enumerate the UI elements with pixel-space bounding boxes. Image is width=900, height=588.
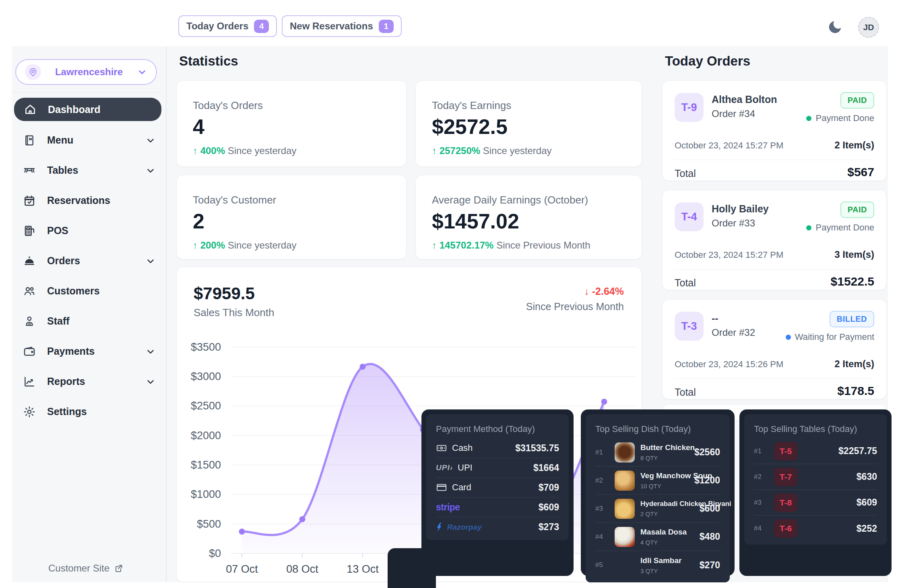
sidebar-item-label: Reports xyxy=(47,376,145,387)
payment-status: Payment Done xyxy=(806,113,874,123)
stat-value: $1457.02 xyxy=(432,209,519,233)
sidebar-item-orders[interactable]: Orders xyxy=(13,246,162,276)
sidebar-item-label: Reservations xyxy=(47,195,156,206)
sidebar-item-label: Dashboard xyxy=(48,104,155,115)
sidebar-nav: Dashboard Menu Tables Reserva xyxy=(13,98,162,427)
dish-photo xyxy=(615,442,635,463)
payment-method-panel: Payment Method (Today) Cash $31535.75 UP… xyxy=(421,409,574,576)
dish-photo xyxy=(615,499,635,519)
stat-label: Average Daily Earnings (October) xyxy=(432,194,588,206)
up-arrow-icon: ↑ xyxy=(432,240,437,251)
total-label: Total xyxy=(675,277,696,289)
location-pin-icon xyxy=(25,64,41,80)
today-orders-button-label: Today Orders xyxy=(186,21,248,32)
sidebar-item-tables[interactable]: Tables xyxy=(13,155,162,185)
calendar-check-icon xyxy=(22,193,37,208)
stat-delta: ↑ 400% Since yesterday xyxy=(193,145,297,156)
table-badge: T-5 xyxy=(774,442,797,461)
divider xyxy=(675,378,874,379)
stat-delta: ↑ 200% Since yesterday xyxy=(193,240,297,251)
total-label: Total xyxy=(675,168,696,179)
dish-name: Masala Dosa xyxy=(640,528,687,536)
payment-row-upi: UPI›UPI $1664 xyxy=(436,458,559,478)
dish-qty: 10 QTY xyxy=(640,483,689,489)
top-selling-tables-panel: Top Selling Tables (Today) #1T-5 $2257.7… xyxy=(739,409,892,576)
sidebar-item-label: Staff xyxy=(47,315,156,327)
table-badge: T-7 xyxy=(774,468,797,486)
external-link-icon xyxy=(114,563,124,574)
sidebar-item-label: Orders xyxy=(47,255,145,267)
svg-text:$2500: $2500 xyxy=(191,400,221,412)
order-items: 2 Item(s) xyxy=(834,140,874,151)
payment-row-card: Card $709 xyxy=(436,478,559,498)
sidebar-item-dashboard[interactable]: Dashboard xyxy=(14,98,161,121)
status-dot xyxy=(806,225,811,230)
svg-text:08 Oct: 08 Oct xyxy=(286,563,318,575)
sidebar-item-settings[interactable]: Settings xyxy=(13,397,162,427)
stat-value: $2572.5 xyxy=(432,115,508,139)
svg-text:$500: $500 xyxy=(197,518,221,530)
top-selling-dish-panel: Top Selling Dish (Today) #1 Butter Chick… xyxy=(581,409,735,576)
today-orders-button[interactable]: Today Orders 4 xyxy=(178,15,277,37)
stripe-logo: stripe xyxy=(436,502,460,513)
dish-photo xyxy=(615,555,635,575)
order-card[interactable]: T-3 -- Order #32 BILLED Waiting for Paym… xyxy=(662,299,887,399)
dish-amount: $600 xyxy=(700,503,720,514)
location-selector[interactable]: Lawrenceshire xyxy=(15,59,157,85)
user-avatar[interactable]: JD xyxy=(858,17,879,38)
today-orders-title: Today Orders xyxy=(665,53,750,69)
sidebar-item-menu[interactable]: Menu xyxy=(13,125,162,155)
stat-card-todays-earnings: Today's Earnings $2572.5 ↑ 257250% Since… xyxy=(415,80,642,167)
payment-amount: $273 xyxy=(539,522,559,532)
sidebar-item-staff[interactable]: Staff xyxy=(13,306,162,336)
dish-qty: 4 QTY xyxy=(640,539,694,546)
dark-mode-toggle[interactable] xyxy=(826,18,844,36)
stat-label: Today's Customer xyxy=(193,194,276,206)
status-badge: PAID xyxy=(840,92,874,109)
chevron-down-icon xyxy=(137,67,147,77)
menu-book-icon xyxy=(22,133,37,148)
dish-qty: 2 QTY xyxy=(640,510,694,517)
up-arrow-icon: ↑ xyxy=(193,240,198,251)
divider xyxy=(675,269,874,269)
gear-icon xyxy=(22,405,37,419)
sidebar-item-customers[interactable]: Customers xyxy=(13,276,162,306)
chevron-down-icon xyxy=(145,376,156,387)
customer-site-link[interactable]: Customer Site xyxy=(12,563,160,574)
sidebar-item-payments[interactable]: Payments xyxy=(13,336,162,366)
dish-row: #2 Veg Manchow Soup10 QTY $1200 xyxy=(595,467,720,495)
customers-icon xyxy=(22,284,37,298)
sidebar-item-reservations[interactable]: Reservations xyxy=(13,185,162,216)
dish-amount: $270 xyxy=(700,560,720,571)
svg-text:$3500: $3500 xyxy=(191,341,221,353)
sidebar-item-reports[interactable]: Reports xyxy=(13,366,162,397)
svg-text:$1000: $1000 xyxy=(191,488,221,500)
order-number: Order #32 xyxy=(712,327,755,338)
dish-row: #4 Masala Dosa4 QTY $480 xyxy=(595,523,720,551)
stat-delta: ↑ 145702.17% Since Previous Month xyxy=(432,240,590,251)
wallet-icon xyxy=(22,344,37,359)
table-amount: $2257.75 xyxy=(804,446,877,456)
dish-name: Butter Chicken xyxy=(640,443,695,452)
sidebar-divider xyxy=(166,46,167,582)
payment-row-stripe: stripe $609 xyxy=(436,498,559,517)
table-row: #2T-7 $630 xyxy=(754,464,877,490)
divider xyxy=(12,92,160,93)
dish-qty: 3 QTY xyxy=(640,567,694,574)
customer-name: -- xyxy=(712,313,718,324)
svg-text:13 Oct: 13 Oct xyxy=(347,563,379,575)
sidebar-item-label: Payments xyxy=(47,345,145,357)
sidebar-item-label: Tables xyxy=(47,164,145,176)
stat-value: 2 xyxy=(193,209,204,233)
new-reservations-button[interactable]: New Reservations 1 xyxy=(282,15,402,37)
payment-method-title: Payment Method (Today) xyxy=(436,418,559,438)
dish-row: #3 Hyderabadi Chicken Biryani2 QTY $600 xyxy=(595,495,720,523)
order-card[interactable]: T-4 Holly Bailey Order #33 PAID Payment … xyxy=(662,190,887,290)
sidebar-item-pos[interactable]: POS xyxy=(13,216,162,246)
table-amount: $252 xyxy=(804,523,877,534)
dish-row: #5 Idli Sambar3 QTY $270 xyxy=(595,551,720,579)
order-card[interactable]: T-9 Althea Bolton Order #34 PAID Payment… xyxy=(662,80,887,181)
stat-value: 4 xyxy=(193,115,204,139)
order-items: 3 Item(s) xyxy=(834,249,874,260)
dish-amount: $2560 xyxy=(694,447,720,458)
